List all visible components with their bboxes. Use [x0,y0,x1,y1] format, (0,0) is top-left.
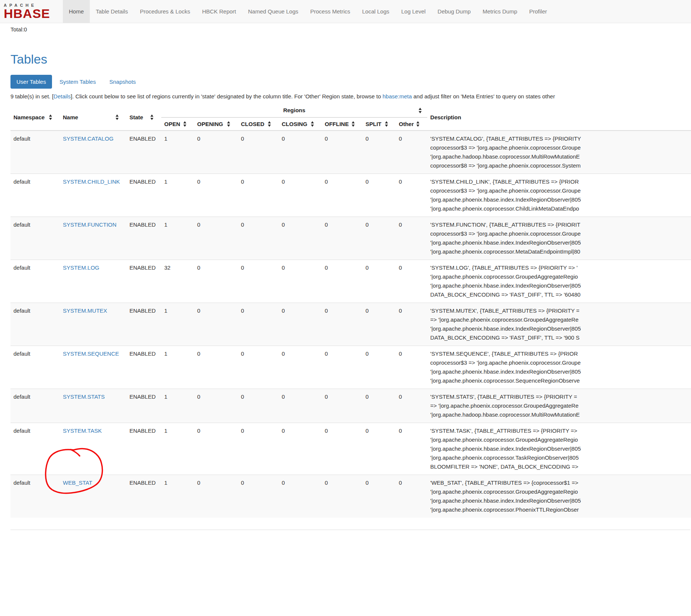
hbase-logo[interactable]: APACHE HBASE [0,0,63,23]
open-count[interactable]: 1 [161,303,194,346]
other-count[interactable]: 0 [396,475,427,518]
sort-icon[interactable] [183,121,187,127]
table-name-link[interactable]: SYSTEM.CHILD_LINK [63,178,120,185]
sort-icon[interactable] [49,114,52,120]
offline-count[interactable]: 0 [322,217,363,260]
split-count[interactable]: 0 [363,260,396,303]
closing-count[interactable]: 0 [279,389,322,423]
opening-count[interactable]: 0 [194,217,238,260]
other-count[interactable]: 0 [396,217,427,260]
table-name-link[interactable]: SYSTEM.STATS [63,393,105,400]
sort-icon[interactable] [352,121,355,127]
sort-icon[interactable] [268,121,271,127]
other-count[interactable]: 0 [396,131,427,174]
closing-count[interactable]: 0 [279,475,322,518]
tab-system-tables[interactable]: System Tables [53,75,102,89]
closing-count[interactable]: 0 [279,174,322,217]
table-name-link[interactable]: SYSTEM.FUNCTION [63,221,116,228]
other-count[interactable]: 0 [396,389,427,423]
closed-count[interactable]: 0 [238,389,279,423]
sort-icon[interactable] [150,114,154,120]
sort-icon[interactable] [311,121,314,127]
open-count[interactable]: 1 [161,346,194,389]
nav-item-process-metrics[interactable]: Process Metrics [304,0,356,23]
sort-icon[interactable] [227,121,230,127]
opening-count[interactable]: 0 [194,346,238,389]
other-count[interactable]: 0 [396,423,427,475]
closed-count[interactable]: 0 [238,174,279,217]
other-count[interactable]: 0 [396,260,427,303]
sort-icon[interactable] [385,121,388,127]
table-name-link[interactable]: SYSTEM.CATALOG [63,135,113,142]
offline-count[interactable]: 0 [322,303,363,346]
sort-icon[interactable] [116,114,119,120]
offline-count[interactable]: 0 [322,475,363,518]
open-count[interactable]: 1 [161,423,194,475]
split-count[interactable]: 0 [363,423,396,475]
other-count[interactable]: 0 [396,346,427,389]
closed-count[interactable]: 0 [238,260,279,303]
nav-item-local-logs[interactable]: Local Logs [356,0,395,23]
offline-count[interactable]: 0 [322,131,363,174]
hbase-meta-link[interactable]: hbase:meta [382,93,412,99]
nav-item-named-queue-logs[interactable]: Named Queue Logs [242,0,304,23]
sort-icon[interactable] [416,121,420,127]
offline-count[interactable]: 0 [322,174,363,217]
closed-count[interactable]: 0 [238,346,279,389]
opening-count[interactable]: 0 [194,303,238,346]
opening-count[interactable]: 0 [194,131,238,174]
closing-count[interactable]: 0 [279,260,322,303]
table-name-link[interactable]: SYSTEM.MUTEX [63,307,107,314]
nav-item-log-level[interactable]: Log Level [395,0,432,23]
split-count[interactable]: 0 [363,346,396,389]
offline-count[interactable]: 0 [322,260,363,303]
closed-count[interactable]: 0 [238,131,279,174]
closed-count[interactable]: 0 [238,303,279,346]
nav-item-table-details[interactable]: Table Details [90,0,134,23]
table-name-link[interactable]: SYSTEM.TASK [63,427,102,434]
nav-item-hbck-report[interactable]: HBCK Report [196,0,242,23]
offline-count[interactable]: 0 [322,346,363,389]
closing-count[interactable]: 0 [279,423,322,475]
nav-item-home[interactable]: Home [63,0,90,23]
sort-icon[interactable] [419,108,422,113]
tab-snapshots[interactable]: Snapshots [103,75,142,89]
opening-count[interactable]: 0 [194,260,238,303]
closed-count[interactable]: 0 [238,217,279,260]
table-name-link[interactable]: WEB_STAT [63,479,92,486]
nav-item-metrics-dump[interactable]: Metrics Dump [477,0,523,23]
offline-count[interactable]: 0 [322,423,363,475]
nav-item-procedures-locks[interactable]: Procedures & Locks [134,0,196,23]
open-count[interactable]: 32 [161,260,194,303]
closed-count[interactable]: 0 [238,475,279,518]
offline-count[interactable]: 0 [322,389,363,423]
closed-count[interactable]: 0 [238,423,279,475]
details-link[interactable]: Details [53,93,71,99]
closing-count[interactable]: 0 [279,346,322,389]
closing-count[interactable]: 0 [279,217,322,260]
opening-count[interactable]: 0 [194,389,238,423]
closing-count[interactable]: 0 [279,131,322,174]
opening-count[interactable]: 0 [194,423,238,475]
split-count[interactable]: 0 [363,389,396,423]
open-count[interactable]: 1 [161,217,194,260]
open-count[interactable]: 1 [161,389,194,423]
split-count[interactable]: 0 [363,217,396,260]
open-count[interactable]: 1 [161,174,194,217]
other-count[interactable]: 0 [396,174,427,217]
nav-item-profiler[interactable]: Profiler [523,0,553,23]
split-count[interactable]: 0 [363,174,396,217]
opening-count[interactable]: 0 [194,475,238,518]
nav-item-debug-dump[interactable]: Debug Dump [432,0,477,23]
split-count[interactable]: 0 [363,475,396,518]
table-name-link[interactable]: SYSTEM.LOG [63,264,100,271]
opening-count[interactable]: 0 [194,174,238,217]
split-count[interactable]: 0 [363,131,396,174]
table-name-link[interactable]: SYSTEM.SEQUENCE [63,350,119,357]
split-count[interactable]: 0 [363,303,396,346]
open-count[interactable]: 1 [161,131,194,174]
open-count[interactable]: 1 [161,475,194,518]
other-count[interactable]: 0 [396,303,427,346]
tab-user-tables[interactable]: User Tables [10,75,52,89]
closing-count[interactable]: 0 [279,303,322,346]
